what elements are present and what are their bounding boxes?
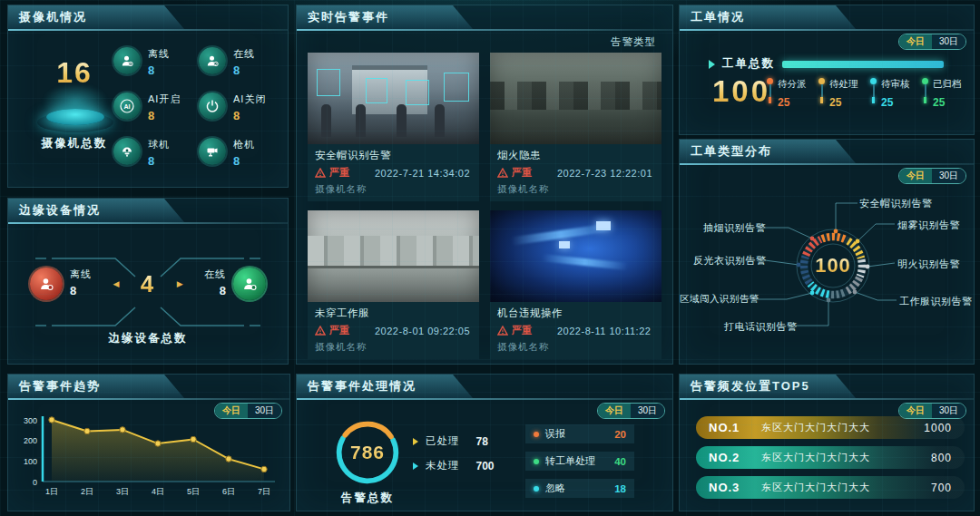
svg-text:5日: 5日	[187, 487, 200, 496]
warning-icon	[497, 326, 508, 336]
panel-title: 告警频发位置TOP5	[691, 378, 810, 394]
filter-today-button[interactable]: 今日	[598, 404, 631, 418]
event-photo	[308, 210, 479, 302]
detection-box	[317, 69, 340, 96]
panel-title: 边缘设备情况	[19, 202, 101, 219]
breakdown-to-workorder[interactable]: 转工单处理40	[525, 452, 634, 471]
type-label: 烟雾识别告警	[897, 219, 960, 232]
type-label: 抽烟识别告警	[703, 221, 763, 235]
severity-badge: 严重	[497, 324, 532, 337]
svg-text:1日: 1日	[45, 487, 58, 496]
svg-text:100: 100	[24, 457, 37, 466]
filter-30d-button[interactable]: 30日	[631, 404, 664, 418]
svg-text:3日: 3日	[116, 487, 129, 496]
workorder-panel: 工单情况 今日 30日 工单总数 100 待分派25 待处理25 待审核25 已…	[679, 5, 975, 135]
workorder-total-bar	[782, 61, 944, 68]
panel-title: 告警事件趋势	[19, 378, 101, 394]
svg-text:300: 300	[24, 416, 37, 425]
stat-dome-camera: 球机8	[113, 138, 199, 168]
event-photo	[490, 210, 662, 302]
pin-icon	[767, 78, 773, 84]
event-time: 2022-8-11 10:11:22	[557, 326, 651, 336]
camera-panel: 摄像机情况 16 摄像机总数 离线8 在线8 AI AI开启8 AI关闭8	[7, 5, 289, 188]
event-photo	[490, 53, 662, 144]
stat-to-review: 待审核25	[870, 78, 914, 109]
breakdown-ignored[interactable]: 忽略18	[525, 479, 634, 498]
camera-name: 摄像机名称	[315, 183, 472, 196]
type-label: 反光衣识别告警	[693, 254, 763, 268]
workorder-total-label: 工单总数	[722, 56, 775, 72]
filter-30d-button[interactable]: 30日	[248, 404, 281, 418]
time-filter: 今日 30日	[597, 403, 665, 419]
dot-icon	[534, 432, 539, 437]
filter-30d-button[interactable]: 30日	[932, 404, 965, 418]
filter-30d-button[interactable]: 30日	[932, 169, 965, 183]
alarm-top5-panel: 告警频发位置TOP5 今日 30日 NO.1东区大门大门大门大大1000 NO.…	[679, 374, 975, 511]
severity-badge: 严重	[315, 166, 349, 180]
breakdown-false-alarm[interactable]: 误报20	[525, 424, 634, 443]
type-label: 工作服识别告警	[899, 295, 973, 308]
person-online-icon	[199, 47, 226, 74]
event-photo	[308, 53, 479, 144]
alarm-total-label: 告警总数	[324, 491, 411, 506]
arrow-left-icon: ◀	[113, 279, 119, 288]
severity-badge: 严重	[497, 166, 532, 180]
filter-30d-button[interactable]: 30日	[932, 34, 965, 49]
arrow-right-icon: ▶	[177, 279, 183, 288]
alarm-type-filter[interactable]: 告警类型	[611, 35, 656, 49]
type-label: 区域闯入识别告警	[680, 293, 754, 306]
filter-today-button[interactable]: 今日	[215, 404, 248, 418]
svg-text:0: 0	[33, 478, 37, 487]
panel-title: 工单类型分布	[691, 143, 772, 160]
power-off-icon	[199, 92, 226, 120]
pin-icon	[818, 78, 825, 84]
time-filter: 今日 30日	[214, 403, 282, 419]
pin-icon	[870, 78, 877, 84]
detection-box	[366, 78, 387, 103]
time-filter: 今日 30日	[898, 34, 966, 50]
type-label: 明火识别告警	[897, 258, 960, 271]
type-label: 打电话识别告警	[724, 320, 798, 334]
camera-stats: 离线8 在线8 AI AI开启8 AI关闭8 球机8 枪机8	[113, 47, 284, 168]
legend-processed: 已处理78	[413, 434, 495, 448]
filter-today-button[interactable]: 今日	[899, 404, 932, 418]
panel-title: 告警事件处理情况	[308, 378, 416, 394]
dot-icon	[534, 486, 539, 492]
event-name: 烟火隐患	[497, 149, 654, 162]
person-offline-icon	[30, 268, 63, 300]
event-time: 2022-7-21 14:34:02	[375, 168, 470, 179]
svg-text:4日: 4日	[152, 487, 164, 496]
event-name: 安全帽识别告警	[315, 149, 472, 162]
warning-icon	[315, 326, 326, 336]
event-card[interactable]: 安全帽识别告警 严重 2022-7-21 14:34:02 摄像机名称	[308, 53, 479, 201]
types-total-value: 100	[806, 254, 860, 277]
event-card[interactable]: 未穿工作服 严重 2022-8-01 09:22:05 摄像机名称	[308, 210, 479, 359]
stat-to-dispatch: 待分派25	[767, 78, 810, 109]
dashboard: 摄像机情况 16 摄像机总数 离线8 在线8 AI AI开启8 AI关闭8	[0, 0, 980, 516]
time-filter: 今日 30日	[898, 403, 966, 419]
filter-today-button[interactable]: 今日	[899, 34, 932, 49]
panel-title: 摄像机情况	[19, 9, 87, 25]
event-card[interactable]: 机台违规操作 严重 2022-8-11 10:11:22 摄像机名称	[490, 210, 662, 359]
edge-total-label: 边缘设备总数	[8, 331, 288, 346]
warning-icon	[497, 168, 508, 178]
svg-text:AI: AI	[124, 103, 131, 110]
svg-text:200: 200	[24, 436, 37, 445]
stat-ai-on: AI AI开启8	[113, 92, 199, 122]
podium-glow-graphic	[35, 89, 115, 134]
legend-unprocessed: 未处理700	[413, 459, 495, 472]
workorder-total-value: 100	[712, 74, 770, 109]
detection-box	[406, 80, 429, 105]
dot-icon	[534, 459, 539, 464]
bullet-camera-icon	[199, 138, 226, 165]
top5-row: NO.1东区大门大门大门大大1000	[696, 416, 965, 439]
person-offline-icon	[113, 47, 141, 74]
event-card[interactable]: 烟火隐患 严重 2022-7-23 12:22:01 摄像机名称	[490, 53, 662, 201]
alarm-processing-panel: 告警事件处理情况 今日 30日 786 告警总数 已处理78 未处理700 误报…	[296, 374, 673, 511]
event-time: 2022-7-23 12:22:01	[557, 168, 652, 179]
filter-today-button[interactable]: 今日	[899, 169, 932, 183]
svg-text:7日: 7日	[258, 487, 270, 496]
svg-text:2日: 2日	[81, 487, 93, 496]
trend-line-chart: 01002003001日2日3日4日5日6日7日	[10, 413, 284, 507]
camera-name: 摄像机名称	[497, 341, 654, 354]
